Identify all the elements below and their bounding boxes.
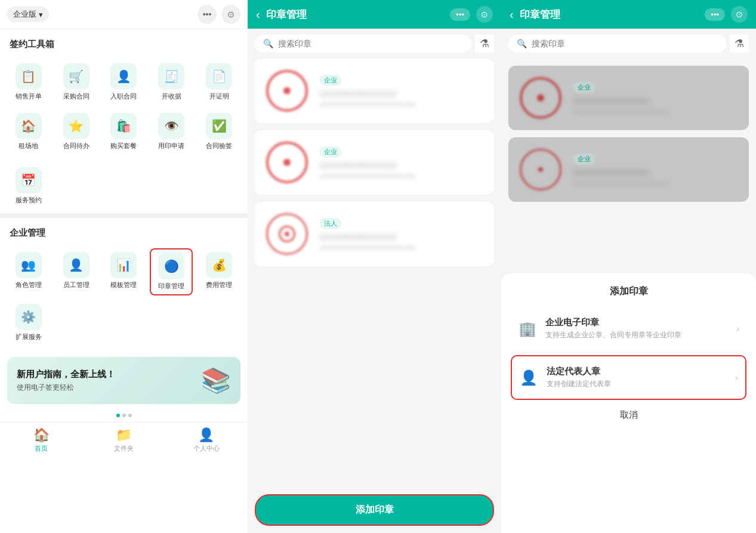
purchase-contract-icon: 🛒 (63, 63, 90, 90)
contract-pending-label: 合同待办 (63, 141, 90, 150)
seal-image-3 (263, 210, 311, 258)
seal-mgmt-icon: 🔵 (158, 253, 184, 279)
enterprise-seal-option[interactable]: 🏢 企业电子印章 支持生成企业公章、合同专用章等企业印章 › (511, 307, 746, 350)
nav-files[interactable]: 📁 文件夹 (82, 423, 165, 455)
right-camera-button[interactable]: ⊙ (731, 6, 748, 23)
popup-title: 添加印章 (511, 285, 746, 298)
middle-search-input[interactable] (278, 39, 463, 48)
right-search-input[interactable] (532, 39, 718, 48)
sidebar-item-contract-verify[interactable]: ✅ 合同验签 (198, 109, 240, 154)
middle-search-container: 🔍 ⚗ (255, 35, 494, 53)
nav-home[interactable]: 🏠 首页 (0, 423, 82, 455)
middle-header-actions: ••• ⊙ (450, 6, 493, 23)
sidebar-item-contract-pending[interactable]: ⭐ 合同待办 (55, 109, 98, 154)
seal-name-3: XXXXXXXXXXXXXXX (319, 233, 486, 242)
middle-header: ‹ 印章管理 ••• ⊙ (248, 0, 501, 29)
top-bar-actions: ••• ⊙ (198, 5, 240, 24)
nav-files-label: 文件夹 (114, 444, 134, 453)
legal-seal-chevron-icon: › (735, 372, 738, 383)
right-filter-button[interactable]: ⚗ (730, 35, 749, 53)
sidebar-item-certificate[interactable]: 📄 开证明 (198, 60, 240, 104)
new-user-banner[interactable]: 新用户指南，全新上线！ 使用电子签更轻松 📚 (7, 357, 240, 404)
nav-profile[interactable]: 👤 个人中心 (165, 423, 248, 455)
right-search-icon: 🔍 (517, 39, 527, 48)
right-seal-image-2 (517, 146, 564, 193)
sidebar-item-service-booking[interactable]: 📅 服务预约 (7, 164, 50, 208)
middle-more-button[interactable]: ••• (450, 8, 470, 21)
right-seal-area: 企业 XXXXXXXXXXXXXXX XXXXXXXXXXXXXXXXXXXXX… (501, 58, 756, 273)
middle-filter-button[interactable]: ⚗ (475, 35, 494, 53)
middle-add-seal-button[interactable]: 添加印章 (255, 494, 494, 526)
banner-decoration-icon: 📚 (201, 366, 231, 395)
right-search-bar[interactable]: 🔍 (508, 35, 726, 53)
seal-image-1 (263, 67, 311, 115)
nav-profile-label: 个人中心 (193, 444, 220, 453)
right-search-container: 🔍 ⚗ (508, 35, 749, 53)
template-mgmt-label: 模板管理 (110, 281, 137, 289)
sidebar-item-purchase-contract[interactable]: 🛒 采购合同 (55, 60, 98, 104)
nav-home-label: 首页 (35, 444, 48, 453)
bottom-navigation: 🏠 首页 📁 文件夹 👤 个人中心 (0, 422, 248, 455)
middle-back-button[interactable]: ‹ (256, 8, 260, 21)
more-options-button[interactable]: ••• (198, 5, 217, 24)
right-back-button[interactable]: ‹ (510, 8, 514, 21)
sidebar-item-expand-service[interactable]: ⚙️ 扩展服务 (7, 300, 50, 345)
role-mgmt-icon: 👥 (16, 252, 42, 278)
service-grid: 📅 服务预约 (0, 159, 248, 213)
right-more-button[interactable]: ••• (705, 8, 725, 21)
right-seal-card-2: 企业 XXXXXXXXXXXXXXX XXXXXXXXXXXXXXXXXXXXX… (508, 137, 749, 202)
sidebar-item-buy-package[interactable]: 🛍️ 购买套餐 (103, 109, 146, 154)
sidebar-item-entry-contract[interactable]: 👤 入职合同 (103, 60, 146, 104)
top-bar: 企业版 ▾ ••• ⊙ (0, 0, 248, 29)
staff-mgmt-label: 员工管理 (63, 281, 90, 289)
add-seal-popup: 添加印章 🏢 企业电子印章 支持生成企业公章、合同专用章等企业印章 › 👤 法定… (501, 273, 756, 533)
signing-toolkit-grid: 📋 销售开单 🛒 采购合同 👤 入职合同 🧾 开收据 📄 开证明 🏠 租场地 ⭐… (0, 55, 248, 159)
seal-card-2[interactable]: 企业 XXXXXXXXXXXXXXX XXXXXXXXXXXXXXXXXXXXX… (255, 130, 494, 195)
seal-info-2: 企业 XXXXXXXXXXXXXXX XXXXXXXXXXXXXXXXXXXXX… (319, 146, 486, 180)
contract-verify-icon: ✅ (206, 113, 232, 139)
legal-seal-name: 法定代表人章 (547, 366, 727, 377)
sidebar-item-role-mgmt[interactable]: 👥 角色管理 (7, 248, 50, 295)
popup-cancel-button[interactable]: 取消 (511, 400, 746, 430)
sidebar-item-staff-mgmt[interactable]: 👤 员工管理 (55, 248, 98, 295)
seal-card-1[interactable]: 企业 XXXXXXXXXXXXXXX XXXXXXXXXXXXXXXXXXXXX… (255, 58, 494, 123)
sidebar-item-sales-contract[interactable]: 📋 销售开单 (7, 60, 50, 104)
entry-contract-icon: 👤 (110, 63, 137, 90)
service-booking-label: 服务预约 (16, 196, 42, 205)
legal-seal-option[interactable]: 👤 法定代表人章 支持创建法定代表章 › (511, 355, 746, 400)
sidebar-item-template-mgmt[interactable]: 📊 模板管理 (103, 248, 146, 295)
right-panel: ‹ 印章管理 ••• ⊙ 🔍 ⚗ 企业 XXXXXXXXXXXXXXX (501, 0, 756, 533)
sidebar-item-seal-mgmt[interactable]: 🔵 印章管理 (150, 248, 193, 295)
banner-dots (0, 411, 248, 422)
sidebar-item-seal-apply[interactable]: 👁️ 用印申请 (150, 109, 193, 154)
seal-image-2 (263, 138, 311, 186)
dot-3 (128, 414, 132, 417)
seal-info-1: 企业 XXXXXXXXXXXXXXX XXXXXXXXXXXXXXXXXXXXX… (319, 74, 486, 108)
right-header-actions: ••• ⊙ (705, 6, 748, 23)
banner-title: 新用户指南，全新上线！ (17, 369, 115, 380)
right-seal-image-1 (517, 74, 564, 122)
profile-icon: 👤 (198, 427, 214, 443)
sidebar-item-invoice[interactable]: 🧾 开收据 (150, 60, 193, 104)
seal-name-1: XXXXXXXXXXXXXXX (319, 90, 486, 98)
banner-subtitle: 使用电子签更轻松 (17, 383, 115, 393)
fee-mgmt-label: 费用管理 (206, 281, 232, 289)
sidebar-item-fee-mgmt[interactable]: 💰 费用管理 (198, 248, 240, 295)
sidebar-item-rent-place[interactable]: 🏠 租场地 (7, 109, 50, 154)
middle-search-bar[interactable]: 🔍 (255, 35, 471, 53)
enterprise-button[interactable]: 企业版 ▾ (7, 7, 49, 22)
rent-place-icon: 🏠 (16, 113, 42, 139)
entry-contract-label: 入职合同 (110, 92, 137, 101)
right-header-title: 印章管理 (520, 8, 699, 21)
purchase-contract-label: 采购合同 (63, 92, 90, 101)
enterprise-mgmt-title: 企业管理 (0, 218, 248, 244)
middle-camera-button[interactable]: ⊙ (476, 6, 493, 23)
folder-icon: 📁 (116, 427, 132, 443)
seal-info-3: 法人 XXXXXXXXXXXXXXX XXXXXXXXXXXXXXXXXXXXX… (319, 217, 486, 251)
home-icon: 🏠 (33, 427, 50, 443)
middle-search-icon: 🔍 (263, 39, 273, 48)
camera-button[interactable]: ⊙ (221, 5, 240, 24)
seal-card-3[interactable]: 法人 XXXXXXXXXXXXXXX XXXXXXXXXXXXXXXXXXXXX… (255, 202, 494, 266)
role-mgmt-label: 角色管理 (16, 281, 42, 289)
seal-tag-2: 企业 (319, 146, 342, 158)
